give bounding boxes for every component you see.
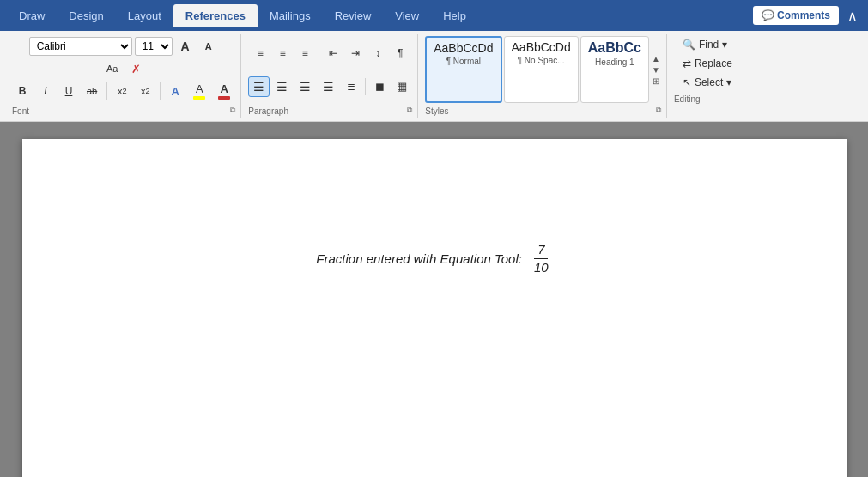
decrease-indent-button[interactable]: ⇤ [323,43,343,63]
font-name-select[interactable]: Calibri [29,37,132,56]
document-text: Fraction entered with Equation Tool: [316,251,522,266]
font-group-label: Font [12,105,29,116]
document-area: Fraction entered with Equation Tool: 7 1… [0,122,868,477]
grow-font-button[interactable]: A [175,36,196,57]
paragraph-group: ≡ ≡ ≡ ⇤ ⇥ ↕ ¶ ☰ [243,34,418,118]
text-effects-button[interactable]: A [165,81,185,101]
style-normal-label: ¶ Normal [434,57,493,66]
editing-group: 🔍 Find ▾ ⇄ Replace ↖ Select ▾ Editing [669,34,746,118]
font-color-swatch [218,96,230,100]
font-size-select[interactable]: 11 [135,37,173,56]
style-heading1[interactable]: AaBbCc Heading 1 [580,36,649,103]
line-spacing-button[interactable]: ≣ [341,76,361,97]
style-heading1-preview: AaBbCc [588,40,641,56]
align-left-button[interactable]: ☰ [248,76,270,97]
styles-group-expand[interactable]: ⧉ [656,105,661,116]
font-group-expand[interactable]: ⧉ [230,105,235,116]
tab-view[interactable]: View [383,4,431,27]
styles-group-label: Styles [425,105,448,116]
paragraph-group-expand[interactable]: ⧉ [407,105,412,116]
text-effects-icon: A [172,85,179,98]
borders-button[interactable]: ▦ [392,76,412,97]
tab-row: Draw Design Layout References Mailings R… [0,0,868,31]
strikethrough-button[interactable]: ab [82,81,102,101]
italic-button[interactable]: I [35,81,56,101]
style-no-spacing-label: ¶ No Spac... [512,56,571,65]
style-no-spacing[interactable]: AaBbCcDd ¶ No Spac... [504,36,579,103]
line-spacing-icon: ≣ [347,81,355,93]
replace-button[interactable]: ⇄ Replace [677,55,738,72]
bullets-button[interactable]: ≡ [250,43,270,63]
editing-group-label-row: Editing [674,93,741,104]
tab-draw[interactable]: Draw [7,4,57,27]
fraction-equation: 7 10 [531,242,552,275]
font-group: Calibri 11 A A Aa ✗ B I U ab x2 x2 A [7,34,241,118]
align-center-button[interactable]: ☰ [271,76,293,97]
change-case-button[interactable]: Aa [101,58,123,79]
style-normal-preview: AaBbCcDd [434,41,493,55]
divider-2 [160,82,161,100]
tab-layout[interactable]: Layout [116,4,173,27]
select-icon: ↖ [683,76,691,88]
numbering-icon: ≡ [280,47,286,59]
styles-container: AaBbCcDd ¶ Normal AaBbCcDd ¶ No Spac... … [425,36,661,103]
styles-scroll-up[interactable]: ▲ [651,53,661,64]
font-color-button[interactable]: A [213,81,235,101]
ribbon-collapse-button[interactable]: ∧ [844,4,861,27]
select-dropdown-icon: ▾ [726,76,731,88]
para-row2: ☰ ☰ ☰ ☰ ≣ ◼ ▦ [248,69,412,103]
highlight-color-swatch [193,96,205,100]
bullets-icon: ≡ [258,47,264,59]
styles-expand[interactable]: ⊞ [651,75,661,87]
shading-icon: ◼ [375,80,385,93]
document-content: Fraction entered with Equation Tool: 7 1… [316,242,551,275]
clear-format-button[interactable]: ✗ [125,58,146,79]
paragraph-group-label-row: Paragraph ⧉ [248,105,412,116]
tab-help[interactable]: Help [431,4,478,27]
pilcrow-button[interactable]: ¶ [390,43,410,63]
multilevel-icon: ≡ [302,47,308,59]
styles-scroll-down[interactable]: ▼ [651,64,661,75]
style-normal[interactable]: AaBbCcDd ¶ Normal [425,36,501,103]
sort-button[interactable]: ↕ [367,43,388,63]
select-button[interactable]: ↖ Select ▾ [677,74,738,91]
shrink-font-button[interactable]: A [198,36,219,57]
tab-review[interactable]: Review [323,4,384,27]
editing-buttons: 🔍 Find ▾ ⇄ Replace ↖ Select ▾ [677,36,738,91]
decrease-indent-icon: ⇤ [329,47,337,59]
editing-group-label: Editing [674,93,701,104]
multilevel-button[interactable]: ≡ [294,43,315,63]
justify-button[interactable]: ☰ [318,76,339,97]
underline-button[interactable]: U [58,81,79,101]
increase-indent-button[interactable]: ⇥ [345,43,366,63]
font-color-icon: A [221,82,228,95]
font-case-row: Aa ✗ [101,58,146,79]
subscript-button[interactable]: x2 [112,81,132,101]
document-page[interactable]: Fraction entered with Equation Tool: 7 1… [22,139,847,477]
toolbar: Calibri 11 A A Aa ✗ B I U ab x2 x2 A [0,31,868,122]
superscript-button[interactable]: x2 [135,81,155,101]
shading-button[interactable]: ◼ [369,76,390,97]
tab-mailings[interactable]: Mailings [258,4,323,27]
numbering-button[interactable]: ≡ [272,43,293,63]
style-no-spacing-preview: AaBbCcDd [512,40,571,54]
comments-button[interactable]: 💬 Comments [753,6,839,25]
font-group-label-row: Font ⧉ [12,105,235,116]
sort-icon: ↕ [375,47,380,59]
find-button[interactable]: 🔍 Find ▾ [677,36,738,53]
align-right-button[interactable]: ☰ [294,76,316,97]
font-name-row: Calibri 11 A A [29,36,219,57]
highlight-button[interactable]: A [188,81,210,101]
tab-design[interactable]: Design [57,4,115,27]
fraction-denominator: 10 [531,259,552,275]
tab-right-controls: 💬 Comments ∧ [753,4,861,27]
divider-4 [365,78,366,95]
replace-icon: ⇄ [683,57,691,69]
tab-references[interactable]: References [173,4,258,27]
bold-button[interactable]: B [12,81,33,101]
style-heading1-label: Heading 1 [588,57,641,67]
pilcrow-icon: ¶ [398,47,403,59]
clear-format-icon: ✗ [131,63,141,75]
justify-icon: ☰ [323,80,334,94]
styles-group: AaBbCcDd ¶ Normal AaBbCcDd ¶ No Spac... … [420,34,667,118]
